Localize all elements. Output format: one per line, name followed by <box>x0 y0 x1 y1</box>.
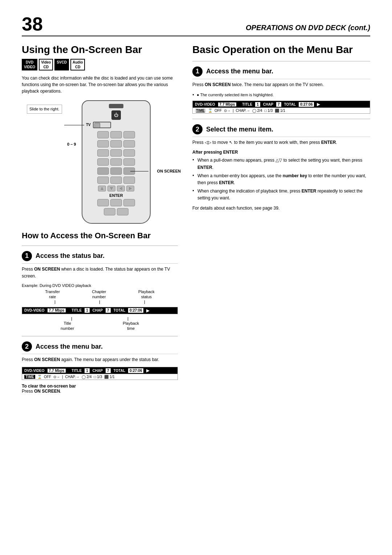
divider-4 <box>192 119 370 119</box>
diagram-top-labels: Transferrate Chapternumber Playbackstatu… <box>22 289 178 300</box>
basic-step2-text: Press ◁▷ to move ↖ to the item you want … <box>192 140 337 145</box>
after-enter-item-1: When a pull-down menu appears, press △▽ … <box>192 157 370 171</box>
bmenu-chap: CHAP.→ <box>236 109 250 113</box>
step2-note: For details about each function, see pag… <box>192 205 370 211</box>
how-to-step1-num: 1 <box>22 251 32 261</box>
btn-9 <box>123 149 135 157</box>
after-enter-item-2: When a number-entry box appears, use the… <box>192 173 370 186</box>
arrow-lines-bottom <box>22 317 178 321</box>
num-buttons-section: 0 – 9 <box>86 131 146 166</box>
slide-callout: Slide to the right. <box>27 105 62 114</box>
basic-op-title: Basic Operation on the Menu Bar <box>192 44 370 56</box>
sbar2-total-key: TOTAL <box>114 369 125 373</box>
on-screen-label: ON SCREEN <box>157 169 181 173</box>
badge-audio-cd: AudioCD <box>70 59 85 70</box>
basic-step2-content: Press ◁▷ to move ↖ to the item you want … <box>192 139 370 146</box>
bmenu-sep6: ⬛ 1/1 <box>275 109 285 113</box>
num-row-4 <box>86 158 146 166</box>
bmenu-sep2: ⊙→ <box>224 109 230 113</box>
basic-step2-title: Select the menu item. <box>206 126 273 133</box>
basic-step1-header: 1 Access the menu bar. <box>192 66 370 79</box>
status-bar-1: DVD-VIDEO 7.7 Mbps TITLE 1 CHAP 7 TOTAL … <box>22 307 178 314</box>
status-row-2a: DVD-VIDEO 7.7 Mbps TITLE 1 CHAP 7 TOTAL … <box>22 367 177 374</box>
nav-row: △ ▽ ◁ ▷ <box>86 186 146 191</box>
btn-e <box>123 177 135 184</box>
btn-i <box>104 208 115 215</box>
right-column: Basic Operation on the Menu Bar 1 Access… <box>192 44 370 394</box>
nav-right: ▷ <box>126 186 134 191</box>
bsbar-total-val: 0:27:06 <box>299 102 314 107</box>
num-row-1 <box>86 131 146 138</box>
how-to-title: How to Access the On-Screen Bar <box>22 231 178 240</box>
example-label: Example: During DVD VIDEO playback <box>22 283 178 288</box>
on-screen-line <box>130 171 148 171</box>
after-enter-item-3: When changing the indication of playback… <box>192 188 370 202</box>
basic-step2-header: 2 Select the menu item. <box>192 124 370 137</box>
btn-a <box>97 158 109 166</box>
main-title: Using the On-Screen Bar <box>22 44 178 56</box>
slider-handle <box>94 123 100 128</box>
basic-step1-title: Access the menu bar. <box>206 68 273 75</box>
sbar2-title-key: TITLE <box>72 369 82 373</box>
sbar-play-icon: ▶ <box>146 308 150 313</box>
menu-sep6: ⬛ 1/1 <box>104 375 115 379</box>
clear-bar-text: To clear the on-screen bar Press ON SCRE… <box>22 384 178 394</box>
bmenu-sep3: | <box>233 109 234 113</box>
sbar2-mbps: 7.7 Mbps <box>48 369 66 373</box>
how-to-step2-content: Press ON SCREEN again. The menu bar appe… <box>22 356 178 363</box>
label-transfer: Transferrate <box>45 289 60 300</box>
how-to-step2-num: 2 <box>22 341 32 352</box>
menu-sep4: ◯ 2/4 <box>82 375 92 379</box>
basic-step1-text: Press ON SCREEN twice. The menu bar appe… <box>192 82 324 87</box>
on-screen-row: ON SCREEN <box>86 167 146 175</box>
arrow-3 <box>144 300 145 304</box>
bsbar-chap-val: 7 <box>276 102 281 107</box>
btn-special-1 <box>97 167 109 175</box>
basic-step1-content: Press ON SCREEN twice. The menu bar appe… <box>192 81 370 88</box>
sbar2-chap-key: CHAP <box>93 369 103 373</box>
diagram-bottom-labels: Titlenumber Playbacktime <box>22 321 178 331</box>
btn-h <box>123 199 135 206</box>
bmenu-time: TIME <box>195 109 206 113</box>
btn-0 <box>110 158 122 166</box>
bsbar-title-val: 1 <box>255 102 260 107</box>
sbar-mbps: 7.7 Mbps <box>48 308 66 312</box>
bottom-row-1 <box>86 199 146 206</box>
power-switch <box>109 104 123 108</box>
btn-4 <box>97 140 109 147</box>
badge-svcd: SVCD <box>54 59 69 70</box>
menu-sep1: ⌛ <box>37 375 42 379</box>
label-chapter: Chapternumber <box>92 289 106 300</box>
badge-dvd-video: DVDVIDEO <box>22 59 37 70</box>
label-title-num: Titlenumber <box>61 321 74 331</box>
remote-power-icon: ⏻ <box>86 110 146 120</box>
btn-3 <box>123 131 135 138</box>
compat-badges: DVDVIDEO VideoCD SVCD AudioCD <box>22 59 178 70</box>
sbar2-play-icon: ▶ <box>146 368 150 373</box>
arrow-b1 <box>72 317 72 321</box>
divider-2 <box>22 336 178 336</box>
btn-c <box>97 177 109 184</box>
after-enter-list: When a pull-down menu appears, press △▽ … <box>192 157 370 202</box>
btn-d <box>110 177 122 184</box>
page: 38 OPERATIONS ON DVD DECK (cont.) Using … <box>0 0 392 555</box>
sbar2-title-val: 1 <box>85 368 90 373</box>
sbar2-chap-val: 7 <box>106 368 111 373</box>
nav-left: ◁ <box>117 186 125 191</box>
bsbar-play: ▶ <box>317 102 320 107</box>
basic-step2-num: 2 <box>192 124 203 134</box>
bsbar-dvd: DVD-VIDEO <box>195 102 215 106</box>
page-number: 38 <box>22 15 43 33</box>
status-row-2b: TIME ⌛ OFF ⊙→ | CHAP.→ ◯ 2/4 □ 1/3 ⬛ 1/1 <box>22 374 177 380</box>
how-to-step1-header: 1 Access the status bar. <box>22 251 178 264</box>
num-range-label: 0 – 9 <box>67 142 76 146</box>
how-to-step2-title: Access the menu bar. <box>36 343 103 351</box>
sbar2-dvd: DVD-VIDEO <box>24 369 45 373</box>
menu-off: OFF <box>44 375 51 379</box>
num-row-3 <box>86 149 146 157</box>
btn-6 <box>123 140 135 147</box>
sbar-total-key: TOTAL <box>114 308 125 312</box>
num-row-2 <box>86 140 146 147</box>
btn-on-screen <box>110 167 122 175</box>
btn-7 <box>97 149 109 157</box>
